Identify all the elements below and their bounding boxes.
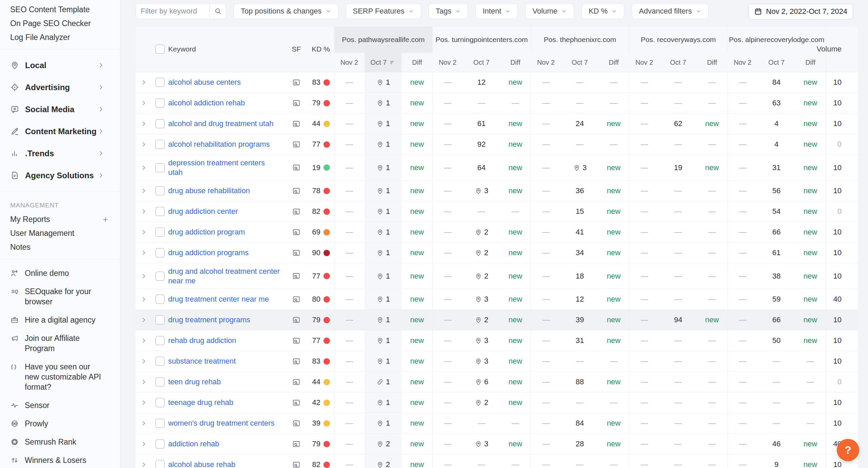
subcolumn-header-diff[interactable]: Diff <box>500 53 531 72</box>
sidebar-item-local[interactable]: Local <box>0 54 120 76</box>
keyword-link[interactable]: alcohol and drug treatment utah <box>168 119 274 128</box>
keyword-link[interactable]: teenage drug rehab <box>168 398 233 407</box>
filter-dropdown-intent[interactable]: Intent <box>475 3 518 19</box>
sidebar-item-prowly[interactable]: Prowly <box>0 414 120 433</box>
sidebar-item-agencysolutions[interactable]: Agency Solutions <box>0 164 120 186</box>
sidebar-item-contentmarketing[interactable]: Content Marketing <box>0 120 120 142</box>
keyword-link[interactable]: alcohol abuse rehab <box>168 460 235 468</box>
subcolumn-header-oct7[interactable]: Oct 7 <box>463 53 500 72</box>
serp-features-icon[interactable] <box>292 378 301 386</box>
keyword-column-header[interactable]: Keyword <box>168 26 288 72</box>
row-checkbox[interactable] <box>155 398 165 407</box>
row-checkbox[interactable] <box>155 294 165 304</box>
subcolumn-header-nov2[interactable]: Nov 2 <box>727 53 758 72</box>
subcolumn-header-diff[interactable]: Diff <box>697 53 727 72</box>
row-expander[interactable] <box>136 263 152 289</box>
keyword-link[interactable]: drug treatment center near me <box>168 294 269 304</box>
row-checkbox[interactable] <box>155 315 165 325</box>
serp-features-icon[interactable] <box>292 187 301 195</box>
sidebar-link-seo-content-template[interactable]: SEO Content Template <box>0 3 120 17</box>
serp-features-icon[interactable] <box>292 228 301 237</box>
sidebar-item-semrush-rank[interactable]: Semrush Rank <box>0 433 120 451</box>
domain-column-header-1[interactable]: Pos. pathwaysreallife.com <box>334 26 432 53</box>
serp-features-icon[interactable] <box>292 357 301 366</box>
sidebar-item-join-our-affiliate-program[interactable]: Join our Affiliate Program <box>0 329 120 358</box>
filter-dropdown-volume[interactable]: Volume <box>525 3 574 19</box>
row-checkbox[interactable] <box>155 227 165 237</box>
keyword-link[interactable]: addiction rehab <box>168 439 219 449</box>
serp-features-icon[interactable] <box>292 207 301 216</box>
sidebar-item-online-demo[interactable]: Online demo <box>0 264 120 282</box>
keyword-link[interactable]: alcohol rehabilitation programs <box>168 140 270 149</box>
keyword-link[interactable]: alcohol addiction rehab <box>168 98 245 108</box>
keyword-link[interactable]: drug and alcohol treatment center near m… <box>168 267 280 286</box>
sidebar-item-hire-a-digital-agency[interactable]: Hire a digital agency <box>0 311 120 329</box>
sidebar-item-socialmedia[interactable]: Social Media <box>0 98 120 120</box>
keyword-link[interactable]: women's drug treatment centers <box>168 419 275 428</box>
serp-features-icon[interactable] <box>292 399 301 407</box>
subcolumn-header-oct7[interactable]: Oct 7 <box>758 53 795 72</box>
filter-dropdown-top-positions-changes[interactable]: Top positions & changes <box>234 3 338 19</box>
serp-features-icon[interactable] <box>292 316 301 324</box>
subcolumn-header-nov2[interactable]: Nov 2 <box>432 53 463 72</box>
row-expander[interactable] <box>136 114 152 134</box>
kd-column-header[interactable]: KD % <box>305 26 334 72</box>
subcolumn-header-diff[interactable]: Diff <box>795 53 826 72</box>
keyword-link[interactable]: drug addiction program <box>168 227 245 237</box>
row-checkbox[interactable] <box>155 163 165 172</box>
subcolumn-header-oct7[interactable]: Oct 7 <box>659 53 697 72</box>
row-checkbox[interactable] <box>155 377 165 387</box>
keyword-link[interactable]: substance treatment <box>168 357 236 366</box>
serp-features-icon[interactable] <box>292 419 301 428</box>
row-expander[interactable] <box>136 201 152 222</box>
row-expander[interactable] <box>136 330 152 351</box>
row-expander[interactable] <box>136 372 152 392</box>
row-expander[interactable] <box>136 72 152 93</box>
row-expander[interactable] <box>136 289 152 309</box>
keyword-link[interactable]: drug abuse rehabilitation <box>168 186 250 196</box>
row-checkbox[interactable] <box>155 419 165 428</box>
row-expander[interactable] <box>136 93 152 113</box>
row-checkbox[interactable] <box>155 336 165 345</box>
serp-features-icon[interactable] <box>292 140 301 149</box>
row-expander[interactable] <box>136 243 152 263</box>
row-checkbox[interactable] <box>155 119 165 128</box>
keyword-link[interactable]: alcohol abuse centers <box>168 78 241 87</box>
sidebar-item-have-you-seen-our-new-customiz[interactable]: { }Have you seen our new customizable AP… <box>0 358 120 396</box>
serp-features-icon[interactable] <box>292 249 301 257</box>
serp-features-icon[interactable] <box>292 461 301 468</box>
domain-column-header-3[interactable]: Pos. thephoenixrc.com <box>531 26 629 53</box>
row-expander[interactable] <box>136 413 152 433</box>
filter-dropdown-serp-features[interactable]: SERP Features <box>346 3 421 19</box>
keyword-link[interactable]: teen drug rehab <box>168 377 221 387</box>
row-expander[interactable] <box>136 181 152 201</box>
keyword-filter-input[interactable] <box>136 4 210 19</box>
sidebar-link-on-page-seo-checker[interactable]: On Page SEO Checker <box>0 17 120 30</box>
sidebar-link-log-file-analyzer[interactable]: Log File Analyzer <box>0 30 120 44</box>
serp-features-icon[interactable] <box>292 295 301 304</box>
date-range-button[interactable]: Nov 2, 2022-Oct 7, 2024 <box>748 4 853 19</box>
row-expander[interactable] <box>136 434 152 454</box>
row-expander[interactable] <box>136 392 152 413</box>
domain-column-header-5[interactable]: Pos. alpinerecoverylodge.com <box>727 26 826 53</box>
subcolumn-header-oct7[interactable]: Oct 7 <box>561 53 598 72</box>
keyword-link[interactable]: rehab drug addiction <box>168 336 236 345</box>
filter-dropdown-tags[interactable]: Tags <box>429 3 468 19</box>
serp-features-icon[interactable] <box>292 120 301 128</box>
row-checkbox[interactable] <box>155 460 165 468</box>
row-expander[interactable] <box>136 454 152 468</box>
serp-features-icon[interactable] <box>292 99 301 107</box>
subcolumn-header-nov2[interactable]: Nov 2 <box>531 53 561 72</box>
sidebar-item-trends[interactable]: .Trends <box>0 142 120 164</box>
keyword-link[interactable]: depression treatment centers utah <box>168 158 280 177</box>
row-checkbox[interactable] <box>155 140 165 149</box>
subcolumn-header-nov2[interactable]: Nov 2 <box>334 53 364 72</box>
subcolumn-header-oct7[interactable]: Oct 7 <box>364 53 402 72</box>
serp-features-icon[interactable] <box>292 337 301 345</box>
row-expander[interactable] <box>136 155 152 180</box>
row-checkbox[interactable] <box>155 439 165 449</box>
select-all-checkbox[interactable] <box>155 44 165 54</box>
row-checkbox[interactable] <box>155 357 165 366</box>
row-checkbox[interactable] <box>155 271 165 281</box>
row-checkbox[interactable] <box>155 78 165 87</box>
